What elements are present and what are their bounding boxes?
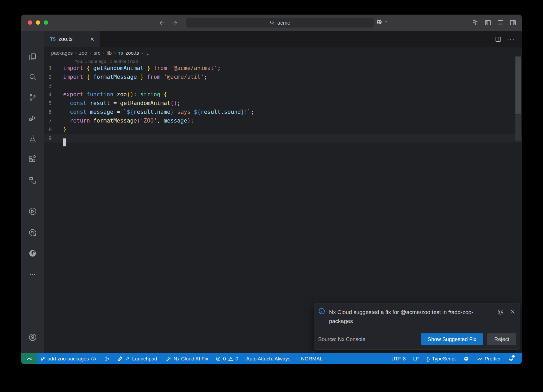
- window-controls: [28, 20, 48, 25]
- close-notification-icon[interactable]: [510, 309, 516, 315]
- toggle-panel-icon[interactable]: [497, 19, 504, 26]
- extensions-icon[interactable]: [28, 155, 37, 163]
- references-icon[interactable]: [28, 176, 37, 185]
- navigate-back-button[interactable]: [157, 18, 166, 27]
- code-token: [63, 100, 70, 106]
- close-tab-icon[interactable]: ✕: [89, 36, 95, 42]
- reject-button[interactable]: Reject: [487, 333, 516, 345]
- code-line-8[interactable]: 8}: [44, 125, 522, 134]
- code-token: ): [187, 117, 191, 124]
- nx-cloud-ai-fix-item[interactable]: Nx Cloud AI Fix: [166, 356, 208, 362]
- copilot-menu[interactable]: [376, 18, 388, 25]
- search-icon: [270, 20, 275, 25]
- show-suggested-fix-button[interactable]: Show Suggested Fix: [421, 333, 483, 345]
- code-token: .: [221, 109, 224, 115]
- activity-bar: [21, 31, 44, 353]
- auto-attach-item[interactable]: Auto Attach: Always: [246, 356, 290, 362]
- breadcrumb-item-src[interactable]: src: [94, 50, 100, 56]
- code-token: '@acme/util': [164, 74, 204, 80]
- explorer-icon[interactable]: [28, 53, 37, 61]
- testing-icon[interactable]: [28, 135, 37, 143]
- code-token: =: [117, 109, 120, 115]
- code-line-7[interactable]: 7 return formatMessage('ZOO', message);: [44, 116, 522, 125]
- toggle-primary-sidebar-icon[interactable]: [484, 19, 492, 26]
- indent-guide: [63, 99, 63, 107]
- code-token: '@acme/animal': [170, 65, 217, 71]
- encoding-item[interactable]: UTF-8: [391, 356, 406, 362]
- split-editor-icon[interactable]: [495, 36, 502, 43]
- line-content: import { formatMessage } from '@acme/uti…: [63, 74, 522, 80]
- code-token: [137, 74, 140, 80]
- info-icon: [318, 308, 325, 315]
- vim-mode-item[interactable]: -- NORMAL --: [296, 356, 327, 362]
- line-content: const message = `${result.name} says ${r…: [63, 109, 522, 115]
- code-token: zoo: [117, 91, 127, 98]
- git-branch-item[interactable]: add-zoo-packages: [40, 356, 97, 362]
- code-line-5[interactable]: 5 const result = getRandomAnimal();: [44, 99, 522, 107]
- code-line-4[interactable]: 4export function zoo(): string {: [44, 90, 522, 99]
- titlebar: acme: [21, 15, 522, 31]
- code-line-1[interactable]: 1import { getRandomAnimal } from '@acme/…: [44, 64, 522, 72]
- maximize-window-button[interactable]: [44, 20, 48, 25]
- breadcrumb-item-lib[interactable]: lib: [107, 50, 112, 56]
- code-token: {: [87, 65, 90, 71]
- notifications-bell-item[interactable]: [508, 356, 514, 361]
- code-token: result: [201, 109, 221, 115]
- code-token: [90, 65, 93, 71]
- more-icon[interactable]: [28, 271, 37, 279]
- source-control-graph-item[interactable]: [104, 356, 110, 361]
- code-token: const: [70, 100, 86, 106]
- eol-item[interactable]: LF: [413, 356, 419, 362]
- notification-settings-gear-icon[interactable]: [497, 309, 504, 315]
- code-line-2[interactable]: 2import { formatMessage } from '@acme/ut…: [44, 72, 522, 81]
- breadcrumb-overflow[interactable]: ...: [145, 50, 150, 56]
- code-token: const: [70, 109, 86, 115]
- minimize-window-button[interactable]: [36, 20, 40, 25]
- search-icon[interactable]: [28, 73, 37, 81]
- breadcrumb-item-file[interactable]: zoo.ts: [126, 50, 139, 56]
- breadcrumb-item-packages[interactable]: packages: [51, 50, 73, 56]
- language-mode-item[interactable]: {} TypeScript: [426, 356, 456, 362]
- command-center-search[interactable]: acme: [186, 18, 374, 28]
- customize-layout-icon[interactable]: [472, 19, 479, 26]
- line-number: 7: [44, 117, 63, 124]
- problems-item[interactable]: 0 0: [216, 356, 238, 362]
- arrow-right-icon: [172, 19, 179, 26]
- run-debug-icon[interactable]: [28, 114, 37, 122]
- navigate-forward-button[interactable]: [171, 18, 180, 27]
- remote-indicator[interactable]: ><: [21, 353, 37, 364]
- tab-zoo-ts[interactable]: TS zoo.ts ✕: [44, 31, 100, 47]
- git-blame-annotation: You, 1 hour ago | 1 author (You): [75, 59, 138, 64]
- close-window-button[interactable]: [28, 20, 32, 25]
- code-token: ${: [127, 109, 133, 115]
- nx-cloud-ai-fix-label: Nx Cloud AI Fix: [173, 356, 208, 362]
- breadcrumb: packages›zoo›src›lib›TSzoo.ts›...: [44, 47, 522, 59]
- launchpad-item[interactable]: Launchpad: [117, 356, 157, 362]
- breadcrumb-item-zoo[interactable]: zoo: [79, 50, 87, 56]
- code-line-3[interactable]: 3: [44, 81, 522, 90]
- nx-cloud-graph-icon[interactable]: [28, 228, 37, 237]
- code-token: [90, 74, 93, 80]
- code-editor[interactable]: 1import { getRandomAnimal } from '@acme/…: [44, 64, 522, 142]
- account-icon[interactable]: [28, 333, 37, 342]
- formatter-item[interactable]: Prettier: [477, 356, 501, 362]
- code-token: =: [113, 100, 117, 106]
- breadcrumb-separator: ›: [90, 50, 91, 56]
- code-token: [144, 74, 147, 80]
- code-token: [143, 65, 147, 71]
- code-line-6[interactable]: 6 const message = `${result.name} says $…: [44, 107, 522, 116]
- nx-console-icon[interactable]: [28, 207, 37, 216]
- edge-browser-icon[interactable]: [28, 249, 37, 258]
- line-number: 3: [44, 82, 63, 89]
- code-token: [160, 74, 164, 80]
- code-line-9[interactable]: 9: [44, 134, 522, 142]
- notification-source: Source: Nx Console: [318, 336, 365, 342]
- commit-graph-icon: [104, 356, 110, 361]
- source-control-icon[interactable]: [28, 93, 37, 102]
- copilot-status-icon[interactable]: [463, 356, 469, 362]
- toggle-secondary-sidebar-icon[interactable]: [509, 19, 516, 26]
- more-actions-icon[interactable]: ···: [507, 36, 515, 43]
- typescript-file-icon: TS: [50, 37, 56, 42]
- line-number: 4: [44, 91, 63, 98]
- editor-scrollbar-thumb[interactable]: [515, 56, 521, 114]
